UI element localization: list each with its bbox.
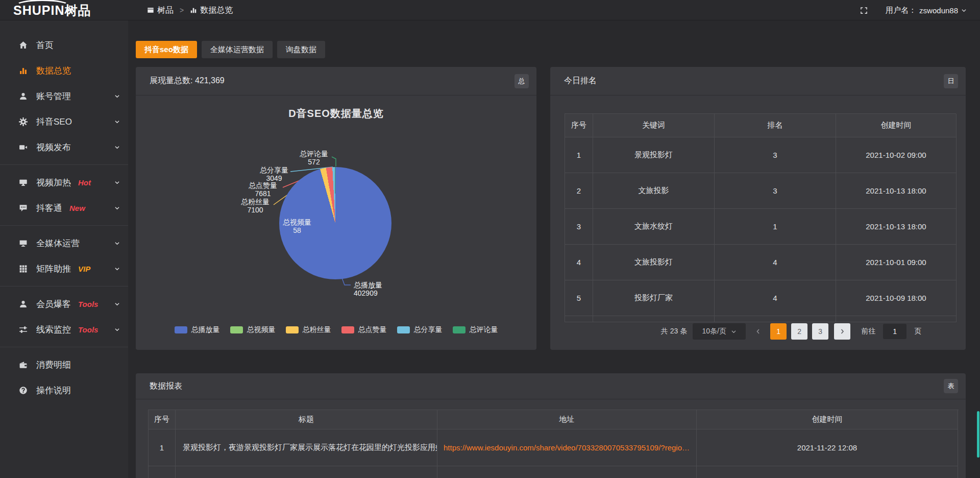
sidebar-item-douyin-seo[interactable]: 抖音SEO: [0, 109, 128, 134]
gear-icon: [19, 117, 28, 126]
sidebar-item-label: 线索监控: [36, 324, 71, 336]
sidebar-item-label: 抖客通: [36, 202, 62, 214]
legend-item[interactable]: 总粉丝量: [286, 325, 331, 334]
grid-icon: [19, 265, 28, 273]
legend-item[interactable]: 总分享量: [397, 325, 443, 334]
fullscreen-icon[interactable]: [860, 6, 868, 15]
pie-label-value: 572: [300, 158, 328, 166]
table-cell: [176, 466, 437, 478]
breadcrumb-item[interactable]: 树品: [147, 5, 174, 16]
bar-chart-icon: [19, 66, 28, 75]
user-menu[interactable]: 用户名： zswodun88: [886, 6, 967, 15]
chart-legend: 总播放量总视频量总粉丝量总点赞量总分享量总评论量: [136, 325, 536, 334]
page-size-select[interactable]: 10条/页: [693, 323, 746, 340]
sidebar-item-label: 视频加热: [36, 177, 71, 188]
chevron-down-icon: [114, 206, 120, 210]
table-row: 2文旅投影32021-10-13 18:00: [565, 173, 956, 209]
pie-label-name: 总粉丝量: [241, 198, 270, 206]
sidebar-item-video-publish[interactable]: 视频发布: [0, 134, 128, 160]
table-cell: 文旅投影灯: [593, 245, 715, 280]
legend-swatch: [453, 326, 465, 333]
legend-label: 总播放量: [191, 325, 220, 334]
sidebar-item-lead-monitor[interactable]: 线索监控Tools: [0, 317, 128, 342]
sidebar-item-douketong[interactable]: 抖客通New: [0, 195, 128, 221]
sidebar-item-data-overview[interactable]: 数据总览: [0, 58, 128, 83]
sidebar-item-matrix-boost[interactable]: 矩阵助推VIP: [0, 256, 128, 281]
table-cell: 2021-10-02 09:00: [836, 137, 957, 173]
tab-douyin-seo-data[interactable]: 抖音seo数据: [136, 41, 197, 58]
goto-page-input[interactable]: [883, 324, 906, 339]
legend-item[interactable]: 总视频量: [230, 325, 276, 334]
column-header: 序号: [565, 114, 593, 137]
table-toggle-button[interactable]: 表: [944, 379, 958, 393]
report-url-link[interactable]: https://www.iesdouyin.com/share/video/70…: [437, 429, 697, 466]
table-row: 1景观投影灯32021-10-02 09:00: [565, 137, 956, 173]
legend-item[interactable]: 总点赞量: [341, 325, 387, 334]
pie-label-name: 总分享量: [260, 166, 288, 174]
sidebar-item-label: 操作说明: [36, 385, 71, 396]
tab-inquiry-data[interactable]: 询盘数据: [277, 41, 325, 58]
legend-item[interactable]: 总播放量: [175, 325, 220, 334]
table-cell: 1: [149, 429, 176, 466]
legend-label: 总分享量: [414, 325, 443, 334]
sidebar-item-label: 会员爆客: [36, 298, 71, 310]
breadcrumb-label: 数据总览: [200, 5, 233, 16]
question-icon: [19, 386, 28, 395]
sidebar-item-badge: Tools: [78, 300, 98, 308]
table-cell: 文旅水纹灯: [593, 209, 715, 245]
table-cell: 2021-10-01 09:00: [836, 245, 957, 280]
sidebar-item-badge: VIP: [78, 265, 90, 273]
table-row: 1景观投影灯，夜游景观投影灯厂家展示展示落花灯在花园里的灯光投影应用效果 #ht…: [149, 429, 959, 466]
column-header: 序号: [149, 410, 176, 429]
pie-label: 总点赞量7681: [249, 181, 277, 198]
sidebar-item-member-baoke[interactable]: 会员爆客Tools: [0, 291, 128, 317]
table-cell: [593, 316, 715, 322]
table-cell: 2: [565, 173, 593, 209]
sidebar-item-consume-detail[interactable]: 消费明细: [0, 352, 128, 377]
sliders-icon: [19, 325, 28, 334]
prev-page-button[interactable]: [751, 323, 765, 340]
page-button-1[interactable]: 1: [770, 323, 787, 340]
username: zswodun88: [919, 6, 958, 15]
breadcrumb-item[interactable]: 数据总览: [190, 5, 233, 16]
table-cell: [149, 466, 176, 478]
chart-panel: 展现量总数: 421,369 总 D音SEO数据量总览 总播放量402909总视…: [136, 67, 536, 350]
sidebar-item-badge: Tools: [78, 325, 98, 334]
table-cell: 2021-10-09 18:00: [836, 280, 957, 316]
wallet-icon: [19, 361, 28, 369]
day-toggle-button[interactable]: 日: [944, 74, 958, 88]
sidebar-item-account-manage[interactable]: 账号管理: [0, 83, 128, 109]
sidebar-divider: [0, 286, 128, 286]
page-button-3[interactable]: 3: [812, 323, 828, 340]
window-icon: [147, 7, 154, 14]
sidebar-divider: [0, 347, 128, 347]
home-icon: [19, 41, 28, 50]
sidebar-item-video-heat[interactable]: 视频加热Hot: [0, 170, 128, 195]
sidebar-item-label: 全媒体运营: [36, 237, 80, 249]
pie-label: 总评论量572: [300, 150, 328, 166]
next-page-button[interactable]: [834, 323, 850, 340]
total-toggle-button[interactable]: 总: [514, 74, 529, 88]
scrollbar-thumb[interactable]: [977, 411, 979, 458]
legend-swatch: [341, 326, 354, 333]
sidebar-item-label: 首页: [36, 39, 54, 51]
legend-swatch: [175, 326, 187, 333]
table-cell: 4: [715, 245, 836, 280]
pie-label: 总视频量58: [283, 218, 311, 234]
app-logo: SHUPIN树品: [13, 2, 91, 19]
table-row: 5投影灯厂家42021-10-09 18:00: [565, 280, 956, 316]
sidebar-item-home[interactable]: 首页: [0, 32, 128, 58]
legend-item[interactable]: 总评论量: [453, 325, 498, 334]
pie-label: 总播放量402909: [354, 281, 382, 297]
table-cell: [697, 466, 958, 478]
tab-omni-media-data[interactable]: 全媒体运营数据: [202, 41, 273, 58]
pie-label-value: 58: [283, 226, 311, 234]
page-button-2[interactable]: 2: [791, 323, 807, 340]
sidebar-item-omni-media[interactable]: 全媒体运营: [0, 230, 128, 256]
ranking-panel: 今日排名 日 序号关键词排名创建时间1景观投影灯32021-10-02 09:0…: [550, 67, 966, 350]
sidebar-item-operation-guide[interactable]: 操作说明: [0, 377, 128, 403]
pie-label-value: 402909: [354, 289, 382, 297]
table-header-row: 序号标题地址创建时间: [149, 410, 959, 429]
sidebar-item-label: 消费明细: [36, 359, 71, 371]
bar-chart-icon: [190, 7, 197, 14]
